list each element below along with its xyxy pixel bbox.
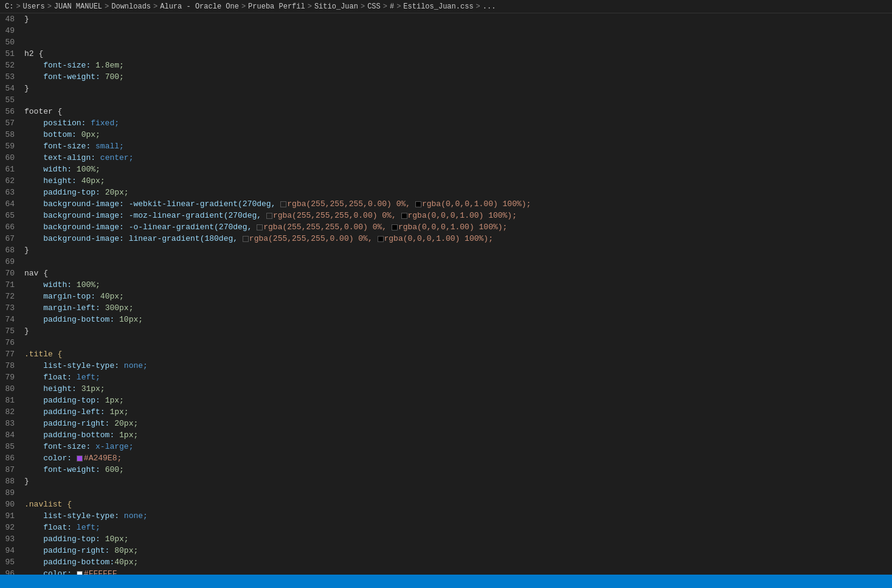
- code-text[interactable]: padding-bottom: 10px;: [22, 314, 143, 325]
- code-text[interactable]: padding-left: 1px;: [22, 406, 129, 418]
- code-line: 64 background-image: -webkit-linear-grad…: [0, 198, 892, 210]
- code-text[interactable]: [22, 337, 29, 348]
- code-text[interactable]: list-style-type: none;: [22, 360, 148, 372]
- token: padding-top:: [24, 188, 105, 197]
- code-text[interactable]: padding-top: 1px;: [22, 395, 124, 406]
- code-text[interactable]: background-image: -moz-linear-gradient(2…: [22, 210, 517, 221]
- breadcrumb-item[interactable]: C:: [5, 2, 13, 11]
- code-text[interactable]: color: #A249E8;: [22, 452, 122, 464]
- breadcrumb-separator: >: [241, 2, 246, 11]
- code-editor[interactable]: 48}49 50 51h2 {52 font-size: 1.8em;53 fo…: [0, 13, 892, 575]
- token: none;: [124, 361, 148, 370]
- breadcrumb-item[interactable]: CSS: [367, 2, 381, 11]
- code-text[interactable]: .title {: [22, 348, 62, 360]
- breadcrumb-item[interactable]: Users: [23, 2, 45, 11]
- code-line: 50: [0, 36, 892, 48]
- breadcrumb-separator: >: [47, 2, 52, 11]
- token: none;: [124, 511, 148, 521]
- breadcrumb-item[interactable]: Prueba Perfil: [248, 2, 305, 11]
- code-line: 75}: [0, 325, 892, 337]
- breadcrumb-item: #: [390, 2, 394, 11]
- token: color:: [24, 569, 77, 575]
- code-text[interactable]: .navlist {: [22, 499, 72, 510]
- code-line: 56footer {: [0, 106, 892, 117]
- code-text[interactable]: [22, 487, 29, 499]
- code-line: 73 margin-left: 300px;: [0, 302, 892, 314]
- token: }: [24, 327, 29, 336]
- code-text[interactable]: font-size: x-large;: [22, 441, 133, 452]
- code-text[interactable]: text-align: center;: [22, 152, 133, 164]
- code-line: 49: [0, 25, 892, 36]
- token: padding-left:: [24, 407, 109, 417]
- token: .title {: [24, 350, 62, 359]
- token: 600;: [105, 465, 124, 474]
- code-text[interactable]: background-image: -webkit-linear-gradien…: [22, 198, 531, 210]
- code-text[interactable]: }: [22, 325, 29, 337]
- code-text[interactable]: }: [22, 83, 29, 94]
- token: 1px;: [109, 407, 128, 417]
- breadcrumb-item[interactable]: JUAN MANUEL: [54, 2, 102, 11]
- code-text[interactable]: [22, 36, 29, 48]
- breadcrumb-item[interactable]: Estilos_Juan.css: [403, 2, 473, 11]
- token: padding-right:: [24, 546, 114, 555]
- code-text[interactable]: background-image: linear-gradient(180deg…: [22, 233, 493, 244]
- token: 80px;: [114, 546, 138, 555]
- code-text[interactable]: list-style-type: none;: [22, 510, 148, 522]
- code-text[interactable]: height: 40px;: [22, 175, 105, 187]
- line-number: 67: [0, 233, 22, 244]
- token: width:: [24, 280, 77, 289]
- code-text[interactable]: bottom: 0px;: [22, 129, 100, 140]
- line-number: 49: [0, 25, 22, 36]
- code-text[interactable]: [22, 256, 29, 268]
- code-text[interactable]: font-size: small;: [22, 140, 124, 152]
- line-number: 75: [0, 325, 22, 337]
- code-text[interactable]: position: fixed;: [22, 117, 119, 129]
- code-line: 77.title {: [0, 348, 892, 360]
- code-text[interactable]: width: 100%;: [22, 164, 100, 175]
- token: h2 {: [24, 49, 43, 58]
- token: padding-right:: [24, 419, 114, 428]
- code-text[interactable]: padding-top: 10px;: [22, 533, 129, 545]
- code-text[interactable]: }: [22, 244, 29, 256]
- code-text[interactable]: footer {: [22, 106, 62, 117]
- token: }: [24, 84, 29, 93]
- code-text[interactable]: font-weight: 700;: [22, 71, 124, 83]
- line-number: 55: [0, 94, 22, 106]
- code-text[interactable]: [22, 25, 29, 36]
- token: center;: [100, 153, 134, 162]
- line-number: 79: [0, 372, 22, 383]
- code-text[interactable]: }: [22, 13, 29, 25]
- token: padding-bottom:: [24, 558, 114, 567]
- code-text[interactable]: height: 31px;: [22, 383, 105, 395]
- breadcrumb-item[interactable]: Downloads: [111, 2, 151, 11]
- code-text[interactable]: font-weight: 600;: [22, 464, 124, 476]
- color-swatch: [401, 213, 407, 219]
- breadcrumb-item[interactable]: Alura - Oracle One: [160, 2, 239, 11]
- code-text[interactable]: padding-right: 80px;: [22, 545, 138, 556]
- code-text[interactable]: font-size: 1.8em;: [22, 60, 124, 71]
- code-text[interactable]: padding-right: 20px;: [22, 418, 138, 429]
- code-text[interactable]: }: [22, 476, 29, 487]
- breadcrumb-item[interactable]: Sitio_Juan: [314, 2, 358, 11]
- code-text[interactable]: padding-top: 20px;: [22, 187, 129, 198]
- code-text[interactable]: background-image: -o-linear-gradient(270…: [22, 221, 507, 233]
- code-line: 65 background-image: -moz-linear-gradien…: [0, 210, 892, 221]
- code-text[interactable]: margin-left: 300px;: [22, 302, 133, 314]
- code-text[interactable]: padding-bottom: 1px;: [22, 429, 138, 441]
- code-text[interactable]: width: 100%;: [22, 279, 100, 291]
- token: 20px;: [105, 188, 129, 197]
- line-number: 50: [0, 36, 22, 48]
- token: rgba(255,255,255,0.00) 0%,: [263, 223, 392, 232]
- line-number: 61: [0, 164, 22, 175]
- code-text[interactable]: padding-bottom:40px;: [22, 556, 138, 568]
- breadcrumb-separator: >: [153, 2, 157, 11]
- code-text[interactable]: nav {: [22, 268, 48, 279]
- code-text[interactable]: margin-top: 40px;: [22, 291, 124, 302]
- code-text[interactable]: [22, 94, 29, 106]
- code-text[interactable]: color: #FFFFFF: [22, 568, 117, 575]
- code-line: 90.navlist {: [0, 499, 892, 510]
- code-text[interactable]: float: left;: [22, 522, 100, 533]
- code-text[interactable]: h2 {: [22, 48, 43, 60]
- token: rgba(255,255,255,0.00) 0%,: [273, 211, 401, 220]
- code-text[interactable]: float: left;: [22, 372, 100, 383]
